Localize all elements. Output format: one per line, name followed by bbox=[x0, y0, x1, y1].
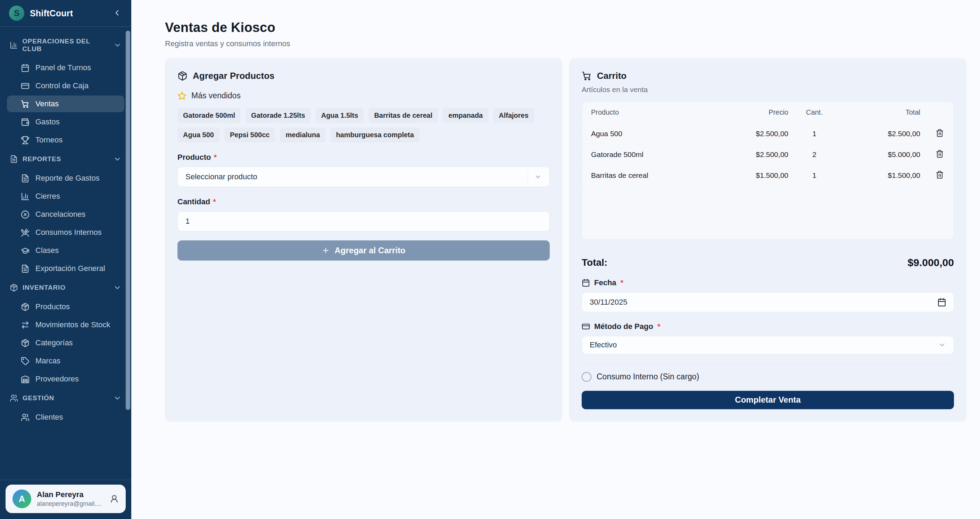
page-subtitle: Registra ventas y consumos internos bbox=[165, 39, 966, 48]
sidebar-item-proveedores[interactable]: Proveedores bbox=[7, 371, 124, 387]
nav-section-reportes[interactable]: REPORTES bbox=[7, 150, 124, 169]
sidebar-item-cierres[interactable]: Cierres bbox=[7, 188, 124, 205]
chip-agua-500[interactable]: Agua 500 bbox=[177, 127, 220, 142]
add-to-cart-button[interactable]: Agregar al Carrito bbox=[177, 240, 550, 261]
chevron-down-icon bbox=[113, 283, 121, 292]
sidebar-item-cancelaciones[interactable]: Cancelaciones bbox=[7, 206, 124, 223]
sidebar-item-gastos[interactable]: Gastos bbox=[7, 114, 124, 130]
required-mark: * bbox=[657, 322, 660, 331]
trash-icon bbox=[935, 150, 944, 158]
col-cant: Cant. bbox=[788, 108, 840, 116]
sidebar-footer: A Alan Pereyra alanepereyra@gmail.... bbox=[0, 480, 131, 519]
item-price: $2.500,00 bbox=[722, 150, 788, 159]
credit-card-icon bbox=[582, 322, 590, 331]
item-total: $5.000,00 bbox=[840, 150, 920, 159]
radio-button[interactable] bbox=[582, 372, 592, 382]
cart-title: Carrito bbox=[582, 70, 954, 81]
date-input[interactable] bbox=[582, 292, 954, 312]
delete-item-button[interactable] bbox=[935, 129, 945, 139]
sidebar-scrollbar[interactable] bbox=[126, 30, 130, 410]
sidebar-item-label: Panel de Turnos bbox=[35, 63, 91, 72]
file-text-icon bbox=[21, 174, 30, 183]
sidebar-item-torneos[interactable]: Torneos bbox=[7, 132, 124, 148]
chip-gatorade-1-25lts[interactable]: Gatorade 1.25lts bbox=[245, 108, 311, 123]
package-icon bbox=[21, 339, 30, 347]
sidebar-item-productos[interactable]: Productos bbox=[7, 298, 124, 315]
chip-hamburguesa-completa[interactable]: hamburguesa completa bbox=[330, 127, 420, 142]
file-text-icon bbox=[10, 155, 18, 163]
item-total: $2.500,00 bbox=[840, 130, 920, 138]
avatar: A bbox=[13, 489, 31, 508]
chip-barritas-de-cereal[interactable]: Barritas de cereal bbox=[369, 108, 438, 123]
sidebar-item-label: Control de Caja bbox=[35, 81, 89, 90]
payment-method-value: Efectivo bbox=[590, 341, 617, 349]
nav-section-operaciones-del-club[interactable]: OPERACIONES DEL CLUB bbox=[7, 32, 124, 58]
cart-row-barritas-de-cereal: Barritas de cereal$1.500,001$1.500,00 bbox=[582, 165, 954, 186]
sidebar-item-label: Reporte de Gastos bbox=[35, 174, 100, 183]
col-producto: Producto bbox=[591, 108, 722, 116]
sidebar-item-label: Torneos bbox=[35, 135, 62, 145]
sidebar-item-ventas[interactable]: Ventas bbox=[7, 96, 124, 112]
sidebar-item-panel-de-turnos[interactable]: Panel de Turnos bbox=[7, 59, 124, 76]
product-select[interactable]: Seleccionar producto bbox=[177, 167, 550, 187]
sidebar-item-label: Cancelaciones bbox=[35, 210, 86, 219]
sidebar-item-movimientos-de-stock[interactable]: Movimientos de Stock bbox=[7, 317, 124, 333]
required-mark: * bbox=[213, 197, 216, 206]
date-label: Fecha * bbox=[582, 278, 954, 287]
nav-section-gestion[interactable]: GESTIÓN bbox=[7, 389, 124, 408]
calendar-icon bbox=[21, 64, 30, 72]
page-title: Ventas de Kiosco bbox=[165, 20, 966, 35]
best-sellers-label: Más vendidos bbox=[177, 91, 550, 100]
cart-table: Producto Precio Cant. Total Agua 500$2.5… bbox=[582, 102, 954, 240]
internal-consumption-option[interactable]: Consumo Interno (Sin cargo) bbox=[582, 372, 954, 382]
sidebar-item-clientes[interactable]: Clientes bbox=[7, 409, 124, 425]
cart-panel: Carrito Artículos en la venta Producto P… bbox=[569, 58, 966, 422]
cart-icon bbox=[582, 71, 592, 81]
sidebar-item-consumos-internos[interactable]: Consumos Internos bbox=[7, 224, 124, 241]
chip-medialuna[interactable]: medialuna bbox=[280, 127, 325, 142]
sidebar-item-label: Ventas bbox=[35, 99, 59, 108]
col-precio: Precio bbox=[722, 108, 788, 116]
file-text-icon bbox=[21, 264, 30, 273]
item-price: $2.500,00 bbox=[722, 130, 788, 138]
package-icon bbox=[21, 302, 30, 311]
cart-subtitle: Artículos en la venta bbox=[582, 86, 954, 94]
chevron-down-icon bbox=[113, 394, 121, 402]
quantity-input[interactable] bbox=[177, 211, 550, 231]
delete-item-button[interactable] bbox=[935, 170, 945, 180]
user-card[interactable]: A Alan Pereyra alanepereyra@gmail.... bbox=[6, 485, 126, 513]
sidebar-item-label: Productos bbox=[35, 302, 70, 311]
sidebar-item-clases[interactable]: Clases bbox=[7, 242, 124, 259]
sidebar-nav: OPERACIONES DEL CLUBPanel de TurnosContr… bbox=[0, 27, 131, 480]
cart-icon bbox=[21, 100, 30, 108]
add-products-title: Agregar Productos bbox=[177, 70, 550, 81]
item-total: $1.500,00 bbox=[840, 171, 920, 180]
sidebar-item-label: Cierres bbox=[35, 192, 60, 201]
chip-agua-1-5lts[interactable]: Agua 1.5lts bbox=[316, 108, 364, 123]
sidebar-item-control-de-caja[interactable]: Control de Caja bbox=[7, 78, 124, 94]
chip-gatorade-500ml[interactable]: Gatorade 500ml bbox=[177, 108, 241, 123]
trash-icon bbox=[935, 170, 944, 179]
sidebar-item-label: Gastos bbox=[35, 118, 60, 126]
quantity-label: Cantidad * bbox=[177, 197, 550, 206]
chevron-down-icon bbox=[113, 41, 121, 49]
product-select-placeholder: Seleccionar producto bbox=[185, 172, 257, 181]
chip-alfajores[interactable]: Alfajores bbox=[493, 108, 534, 123]
sidebar-item-exportacion-general[interactable]: Exportación General bbox=[7, 260, 124, 277]
nav-section-inventario[interactable]: INVENTARIO bbox=[7, 278, 124, 297]
chip-empanada[interactable]: empanada bbox=[443, 108, 488, 123]
col-total: Total bbox=[840, 108, 920, 116]
sidebar-item-categorias[interactable]: Categorías bbox=[7, 334, 124, 351]
chip-pepsi-500cc[interactable]: Pepsi 500cc bbox=[224, 127, 275, 142]
main-content: Ventas de Kiosco Registra ventas y consu… bbox=[131, 0, 980, 519]
bar-chart-icon bbox=[10, 41, 18, 49]
sidebar-item-reporte-de-gastos[interactable]: Reporte de Gastos bbox=[7, 170, 124, 186]
complete-sale-button[interactable]: Completar Venta bbox=[582, 391, 954, 409]
payment-method-select[interactable]: Efectivo bbox=[582, 336, 954, 354]
sidebar-collapse-button[interactable] bbox=[112, 8, 122, 18]
sidebar-header: AS ShiftCourt bbox=[0, 0, 131, 27]
chevron-left-icon bbox=[113, 8, 121, 18]
warehouse-icon bbox=[21, 375, 30, 384]
delete-item-button[interactable] bbox=[935, 150, 945, 159]
sidebar-item-marcas[interactable]: Marcas bbox=[7, 353, 124, 369]
